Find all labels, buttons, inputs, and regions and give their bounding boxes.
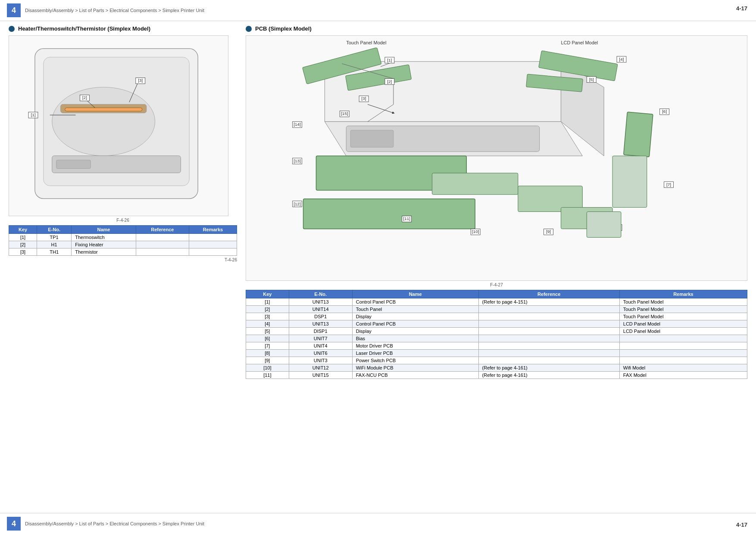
col-key-r: Key: [246, 290, 289, 298]
bullet-icon: [9, 26, 15, 32]
col-reference-r: Reference: [478, 290, 619, 298]
table-row: [6]UNIT7Bias: [246, 335, 747, 342]
table-row: [8]UNIT6Laser Driver PCB: [246, 350, 747, 357]
svg-text:[10]: [10]: [472, 229, 479, 234]
col-remarks-r: Remarks: [619, 290, 747, 298]
svg-rect-65: [432, 173, 518, 195]
table-row: [4]UNIT13Control Panel PCBLCD Panel Mode…: [246, 320, 747, 328]
col-reference: Reference: [136, 226, 189, 234]
right-panel: PCB (Simplex Model) Touch Panel Model LC…: [246, 25, 747, 381]
table-row: [10]UNIT12WiFi Module PCB(Refer to page …: [246, 364, 747, 372]
heater-diagram-svg: [1] [2] [3]: [9, 36, 228, 216]
svg-text:[1]: [1]: [31, 112, 35, 117]
svg-rect-27: [624, 112, 653, 157]
svg-text:[2]: [2]: [82, 95, 87, 100]
svg-rect-69: [587, 212, 621, 238]
svg-text:[2]: [2]: [387, 79, 392, 84]
table-row: [1]TP1Thermoswitch: [9, 234, 237, 241]
col-name: Name: [72, 226, 136, 234]
col-eno: E-No.: [37, 226, 72, 234]
col-name-r: Name: [352, 290, 478, 298]
table-row: [2]UNIT14Touch PanelTouch Panel Model: [246, 306, 747, 313]
svg-marker-19: [325, 62, 561, 122]
svg-text:[15]: [15]: [341, 111, 348, 116]
left-panel: Heater/Thermoswitch/Thermistor (Simplex …: [9, 25, 237, 381]
table-row: [9]UNIT3Power Switch PCB: [246, 357, 747, 364]
svg-rect-26: [303, 199, 475, 229]
svg-text:[12]: [12]: [294, 202, 301, 206]
svg-text:[3]: [3]: [138, 78, 143, 83]
table-row: [11]UNIT15FAX-NCU PCB(Refer to page 4-16…: [246, 372, 747, 379]
page-footer: 4 Disassembly/Assembly > List of Parts >…: [0, 513, 756, 534]
table-row: [5]DISP1DisplayLCD Panel Model: [246, 328, 747, 335]
footer-breadcrumb: Disassembly/Assembly > List of Parts > E…: [25, 521, 204, 526]
table-row: [2]H1Fixing Heater: [9, 241, 237, 248]
footer-chapter-number: 4: [7, 517, 21, 531]
svg-rect-32: [350, 130, 394, 147]
table-row: [7]UNIT4Motor Driver PCB: [246, 342, 747, 350]
page-header: 4 Disassembly/Assembly > List of Parts >…: [0, 0, 756, 21]
table-row: [3]DSP1DisplayTouch Panel Model: [246, 313, 747, 320]
chapter-number: 4: [7, 3, 21, 17]
left-parts-table: Key E-No. Name Reference Remarks [1]TP1T…: [9, 225, 237, 256]
svg-text:[7]: [7]: [666, 182, 671, 187]
svg-text:[5]: [5]: [589, 77, 594, 82]
table-row: [1]UNIT13Control Panel PCB(Refer to page…: [246, 298, 747, 306]
pcb-diagram-svg: Touch Panel Model LCD Panel Model: [246, 36, 747, 280]
col-key: Key: [9, 226, 37, 234]
right-bullet-icon: [246, 26, 252, 32]
svg-text:Touch Panel Model: Touch Panel Model: [346, 40, 386, 45]
svg-point-2: [52, 87, 155, 155]
right-diagram: Touch Panel Model LCD Panel Model: [246, 35, 747, 281]
svg-text:LCD Panel Model: LCD Panel Model: [561, 40, 598, 45]
left-table-num: T-4-26: [9, 258, 237, 262]
svg-text:[4]: [4]: [619, 57, 624, 62]
svg-text:[9]: [9]: [546, 229, 551, 234]
page-number-bottom: 4-17: [736, 522, 747, 528]
right-section-title: PCB (Simplex Model): [246, 25, 747, 32]
table-row: [3]TH1Thermistor: [9, 248, 237, 256]
left-fig-label: F-4-26: [9, 218, 237, 223]
svg-rect-15: [56, 160, 91, 169]
svg-text:[11]: [11]: [403, 216, 410, 221]
svg-rect-68: [612, 156, 647, 208]
left-section-title: Heater/Thermoswitch/Thermistor (Simplex …: [9, 25, 237, 32]
breadcrumb: Disassembly/Assembly > List of Parts > E…: [25, 8, 204, 13]
col-remarks: Remarks: [189, 226, 237, 234]
svg-text:[13]: [13]: [294, 158, 301, 163]
svg-rect-4: [65, 108, 142, 111]
svg-text:[6]: [6]: [662, 109, 667, 114]
left-diagram: [1] [2] [3]: [9, 35, 228, 216]
page-number-top: 4-17: [736, 5, 747, 12]
svg-text:[1]: [1]: [387, 58, 392, 62]
right-fig-label: F-4-27: [246, 283, 747, 287]
svg-text:[3]: [3]: [362, 96, 366, 101]
main-content: Heater/Thermoswitch/Thermistor (Simplex …: [0, 21, 756, 385]
col-eno-r: E-No.: [289, 290, 352, 298]
svg-text:[14]: [14]: [294, 122, 301, 127]
right-parts-table: Key E-No. Name Reference Remarks [1]UNIT…: [246, 290, 747, 379]
